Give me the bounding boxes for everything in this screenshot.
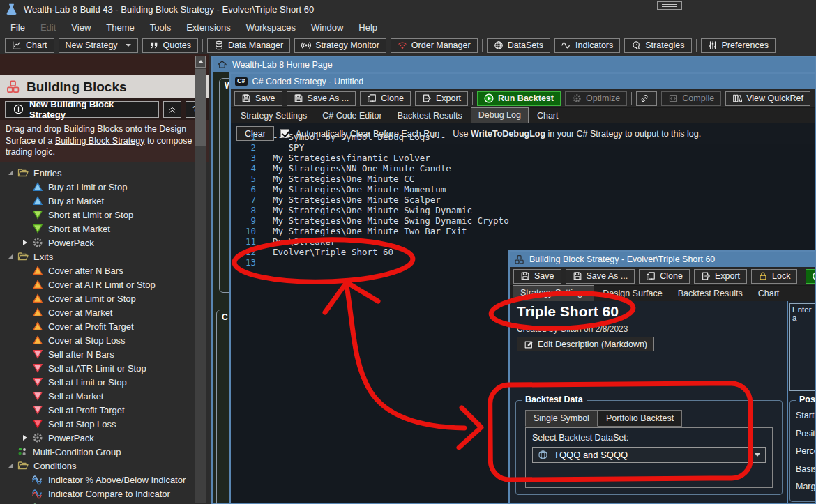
tree-item[interactable]: Cover at Stop Loss	[0, 333, 209, 347]
debug-log-line: 6My Strategies\One Minute Momentum	[231, 184, 815, 194]
lock-button[interactable]: Lock	[751, 269, 797, 284]
menu-extensions[interactable]: Extensions	[179, 20, 239, 36]
tab-portfolio-backtest[interactable]: Portfolio Backtest	[598, 410, 682, 427]
tree-item[interactable]: Sell at ATR Limit or Stop	[0, 361, 209, 375]
tree-item[interactable]: Cover at ATR Limit or Stop	[0, 277, 209, 291]
data-manager-button[interactable]: Data Manager	[207, 38, 290, 53]
tree-item[interactable]: Exits	[0, 250, 209, 264]
tab-design-surface[interactable]: Design Surface	[596, 287, 669, 301]
expander-icon[interactable]	[8, 464, 13, 468]
tree-item[interactable]: Cover at Profit Target	[0, 319, 209, 333]
new-strategy-button[interactable]: New Strategy	[59, 38, 138, 53]
expander-icon[interactable]	[8, 171, 13, 175]
expander-icon[interactable]	[8, 254, 13, 259]
tree-item[interactable]: Short at Limit or Stop	[0, 208, 209, 222]
menu-tools[interactable]: Tools	[142, 20, 179, 36]
tree-item[interactable]: Sell at Stop Loss	[0, 417, 209, 431]
tree-item[interactable]: Sell at Market	[0, 389, 209, 403]
multi-icon	[17, 446, 28, 457]
chart-button[interactable]: Chart	[5, 38, 54, 53]
optimize-button[interactable]: Optimize	[565, 91, 627, 106]
tree-item[interactable]: Cover after N Bars	[0, 264, 209, 277]
export-button[interactable]: Export	[694, 269, 747, 284]
save-as-button[interactable]: Save As ...	[287, 91, 356, 106]
tree-item[interactable]: Sell at Limit or Stop	[0, 375, 209, 389]
clone-button[interactable]: Clone	[360, 91, 411, 106]
tree-item[interactable]: Indicator Compare to Value	[0, 501, 209, 504]
panel-library-button[interactable]	[116, 58, 130, 72]
building-block-strategy-link[interactable]: Building Block Strategy	[55, 136, 145, 146]
scrollbar-thumb[interactable]	[195, 69, 206, 146]
menu-window[interactable]: Window	[303, 20, 351, 36]
tree-item[interactable]: PowerPack	[0, 236, 209, 250]
tree-scrollbar[interactable]	[195, 56, 206, 503]
view-quickref-button[interactable]: View QuickRef	[725, 91, 810, 106]
quotes-button[interactable]: Quotes	[142, 38, 198, 53]
tree-item[interactable]: Buy at Limit or Stop	[0, 180, 209, 194]
strategies-button[interactable]: Strategies	[624, 38, 691, 53]
bb-toolbar: SaveSave As ...CloneExportLock Run Backt…	[510, 267, 815, 286]
building-blocks-sidebar: Building Blocks New Building Block Strat…	[0, 54, 209, 504]
tab-strategy-settings[interactable]: Strategy Settings	[234, 109, 314, 123]
menu-view[interactable]: View	[63, 20, 98, 36]
tree-item[interactable]: PowerPack	[0, 431, 209, 445]
wealth-lab-app: Wealth-Lab 8 Build 43 - Building Block S…	[0, 0, 816, 504]
panel-splitter[interactable]	[787, 301, 788, 503]
tree-item[interactable]: Indicator Compare to Indicator	[0, 487, 209, 501]
new-building-block-strategy-button[interactable]: New Building Block Strategy	[5, 101, 159, 118]
preferences-button[interactable]: Preferences	[701, 38, 776, 53]
edit-description-button[interactable]: Edit Description (Markdown)	[517, 337, 654, 351]
menubar: FileEditViewThemeToolsExtensionsWorkspac…	[0, 18, 816, 36]
menu-theme[interactable]: Theme	[98, 20, 142, 36]
tree-item[interactable]: Cover at Limit or Stop	[0, 291, 209, 305]
tree-item[interactable]: Conditions	[0, 459, 209, 473]
clone-button[interactable]: Clone	[639, 269, 690, 284]
tree-item[interactable]: Sell after N Bars	[0, 347, 209, 361]
menu-help[interactable]: Help	[351, 20, 385, 36]
tree-item[interactable]: Cover at Market	[0, 305, 209, 319]
tab-backtest-results[interactable]: Backtest Results	[391, 109, 469, 123]
gear-icon	[32, 432, 43, 443]
window-control[interactable]	[657, 1, 682, 10]
link-button[interactable]	[636, 91, 657, 106]
description-box[interactable]: Enter a	[789, 303, 816, 391]
run-backtest-button[interactable]: Run Backtest	[477, 91, 561, 106]
menu-edit[interactable]: Edit	[33, 20, 63, 36]
export-button[interactable]: Export	[415, 91, 468, 106]
expander-icon[interactable]	[23, 435, 27, 441]
save-button[interactable]: Save	[234, 91, 282, 106]
order-manager-button[interactable]: Order Manager	[391, 38, 478, 53]
tree-item[interactable]: Sell at Profit Target	[0, 403, 209, 417]
compile-button[interactable]: Compile	[661, 91, 721, 106]
tab-backtest-results[interactable]: Backtest Results	[671, 287, 750, 301]
run-backtest-button[interactable]: Run Backtest	[806, 269, 816, 284]
dataset-dropdown[interactable]: TQQQ and SQQQ	[532, 447, 766, 463]
panel-globe-button[interactable]	[7, 58, 22, 72]
panel-building-blocks-button[interactable]	[89, 58, 103, 72]
tab-chart[interactable]: Chart	[751, 287, 787, 301]
tree-item[interactable]: Short at Market	[0, 222, 209, 236]
tree-item[interactable]: Entries	[0, 166, 209, 180]
tab-cs-code-editor[interactable]: C# Code Editor	[315, 109, 388, 123]
menu-file[interactable]: File	[3, 20, 33, 36]
debug-log-line: 3My Strategies\finantic Evolver	[231, 153, 815, 163]
expander-icon[interactable]	[23, 240, 27, 245]
panel-indicators-button[interactable]	[34, 58, 49, 72]
strategy-monitor-button[interactable]: Strategy Monitor	[294, 38, 386, 53]
save-button[interactable]: Save	[513, 269, 561, 284]
indicators-button[interactable]: Indicators	[554, 38, 620, 53]
tab-chart[interactable]: Chart	[530, 109, 566, 123]
tab-single-symbol[interactable]: Single Symbol	[525, 410, 598, 427]
scroll-up-button[interactable]	[195, 56, 206, 68]
tree-item[interactable]: Multi-Condition Group	[0, 445, 209, 459]
tree-item[interactable]: Buy at Market	[0, 194, 209, 208]
panel-strategies-button[interactable]	[61, 58, 76, 72]
menu-workspaces[interactable]: Workspaces	[239, 20, 303, 36]
datasets-button[interactable]: DataSets	[487, 38, 550, 53]
tab-debug-log[interactable]: Debug Log	[471, 107, 529, 123]
collapse-all-button[interactable]	[163, 101, 182, 118]
save-as-button[interactable]: Save As ...	[566, 269, 635, 284]
tree-item[interactable]: Indicator % Above/Below Indicator	[0, 473, 209, 487]
bb-tabs: Strategy SettingsDesign SurfaceBacktest …	[510, 286, 815, 301]
tab-strategy-settings[interactable]: Strategy Settings	[513, 285, 594, 301]
